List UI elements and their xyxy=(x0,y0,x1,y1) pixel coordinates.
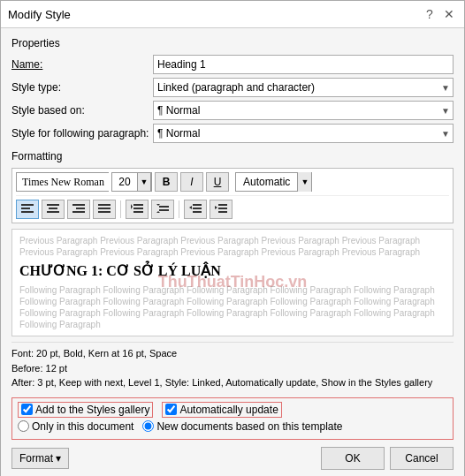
auto-update-label[interactable]: Automatically update xyxy=(162,402,281,418)
align-left-button[interactable] xyxy=(16,200,39,219)
font-size-input[interactable] xyxy=(112,173,137,191)
only-document-text: Only in this document xyxy=(32,420,133,433)
following-paragraph-text: Following Paragraph Following Paragraph … xyxy=(19,284,446,330)
prev-paragraph-text: Previous Paragraph Previous Paragraph Pr… xyxy=(19,235,446,258)
title-bar: Modify Style ? ✕ xyxy=(1,1,464,28)
svg-rect-8 xyxy=(72,211,85,213)
options-section: Add to the Styles gallery Automatically … xyxy=(11,397,454,440)
svg-rect-12 xyxy=(133,204,143,206)
style-type-row: Style type: Linked (paragraph and charac… xyxy=(11,78,454,97)
auto-update-checkbox[interactable] xyxy=(165,404,177,415)
bottom-row: Format ▾ OK Cancel xyxy=(11,447,454,470)
style-following-label: Style for following paragraph: xyxy=(11,127,153,140)
svg-rect-22 xyxy=(193,211,202,213)
style-following-select-wrapper: ¶ Normal ▼ xyxy=(153,124,454,143)
close-button[interactable]: ✕ xyxy=(441,6,457,22)
svg-rect-0 xyxy=(21,204,34,206)
add-to-gallery-checkbox[interactable] xyxy=(21,404,33,415)
italic-button[interactable]: I xyxy=(180,172,203,192)
style-type-select[interactable]: Linked (paragraph and character) xyxy=(153,78,454,97)
add-to-gallery-text: Add to the Styles gallery xyxy=(35,404,149,416)
align-center-button[interactable] xyxy=(42,200,65,219)
color-label: Automatic xyxy=(236,176,297,188)
font-name-input[interactable] xyxy=(19,173,112,191)
style-based-select[interactable]: ¶ Normal xyxy=(153,101,454,120)
ok-button[interactable]: OK xyxy=(321,447,385,470)
decrease-indent-button[interactable] xyxy=(184,200,207,219)
style-type-label: Style type: xyxy=(11,81,153,94)
style-based-select-wrapper: ¶ Normal ▼ xyxy=(153,101,454,120)
svg-rect-17 xyxy=(159,209,169,211)
style-desc-text: Font: 20 pt, Bold, Kern at 16 pt, SpaceB… xyxy=(11,348,432,388)
font-size-wrapper: ▼ xyxy=(111,172,152,192)
format-button[interactable]: Format ▾ xyxy=(11,448,69,469)
color-dropdown-button[interactable]: ▼ xyxy=(297,172,311,192)
align-right-button[interactable] xyxy=(67,200,90,219)
preview-heading-text: CHƯƠNG 1: CƠ SỞ LÝ LUẬN xyxy=(19,261,446,281)
para-spacing-button[interactable] xyxy=(151,200,174,219)
formatting-section: Formatting ▼ ▼ B I U Automat xyxy=(11,150,454,223)
name-input[interactable] xyxy=(153,55,454,74)
separator1 xyxy=(120,200,121,218)
properties-section: Properties Name: Style type: Linked (par… xyxy=(11,37,454,143)
svg-rect-3 xyxy=(47,204,59,206)
svg-marker-19 xyxy=(156,211,160,213)
options-row2: Only in this document New documents base… xyxy=(18,420,447,433)
style-description: Font: 20 pt, Bold, Kern at 16 pt, SpaceB… xyxy=(11,342,454,390)
auto-update-text: Automatically update xyxy=(179,404,278,416)
align-justify-button[interactable] xyxy=(93,200,116,219)
svg-rect-11 xyxy=(98,211,111,213)
svg-rect-6 xyxy=(72,204,85,206)
title-bar-controls: ? ✕ xyxy=(422,6,457,22)
only-document-radio[interactable] xyxy=(18,420,29,432)
svg-rect-13 xyxy=(133,208,143,209)
style-following-select[interactable]: ¶ Normal xyxy=(153,124,454,143)
svg-rect-1 xyxy=(21,208,30,209)
name-row: Name: xyxy=(11,55,454,74)
svg-rect-2 xyxy=(21,211,34,213)
bold-button[interactable]: B xyxy=(155,172,178,192)
add-to-gallery-label[interactable]: Add to the Styles gallery xyxy=(18,402,153,418)
new-docs-label[interactable]: New documents based on this template xyxy=(142,420,342,433)
font-name-wrapper: ▼ xyxy=(16,172,109,192)
style-based-row: Style based on: ¶ Normal ▼ xyxy=(11,101,454,120)
dialog-body: Properties Name: Style type: Linked (par… xyxy=(1,28,464,476)
underline-button[interactable]: U xyxy=(206,172,229,192)
svg-rect-4 xyxy=(49,208,57,209)
dialog-title: Modify Style xyxy=(8,8,71,21)
svg-marker-27 xyxy=(215,206,217,209)
preview-area: Previous Paragraph Previous Paragraph Pr… xyxy=(11,229,454,336)
line-spacing-button[interactable] xyxy=(126,200,149,219)
svg-rect-24 xyxy=(218,204,227,206)
name-label: Name: xyxy=(11,58,153,71)
new-docs-radio[interactable] xyxy=(142,420,154,432)
svg-marker-15 xyxy=(131,204,133,209)
cancel-button[interactable]: Cancel xyxy=(390,447,454,470)
svg-rect-16 xyxy=(159,206,169,208)
svg-rect-7 xyxy=(76,208,85,209)
color-select-wrapper: Automatic ▼ xyxy=(235,172,312,192)
font-size-dropdown-button[interactable]: ▼ xyxy=(137,172,151,192)
style-based-label: Style based on: xyxy=(11,104,153,117)
new-docs-text: New documents based on this template xyxy=(156,420,342,433)
modify-style-dialog: Modify Style ? ✕ Properties Name: Style … xyxy=(0,0,465,476)
style-type-select-wrapper: Linked (paragraph and character) ▼ xyxy=(153,78,454,97)
style-following-row: Style for following paragraph: ¶ Normal … xyxy=(11,124,454,143)
svg-rect-9 xyxy=(98,204,111,206)
increase-indent-button[interactable] xyxy=(210,200,232,219)
svg-rect-14 xyxy=(133,211,143,213)
svg-marker-18 xyxy=(156,204,160,206)
separator2 xyxy=(179,200,179,218)
alignment-controls-row xyxy=(16,195,449,219)
formatting-toolbar: ▼ ▼ B I U Automatic ▼ xyxy=(11,168,454,223)
svg-rect-26 xyxy=(218,211,227,213)
formatting-label: Formatting xyxy=(11,150,454,162)
properties-label: Properties xyxy=(11,37,454,49)
svg-rect-21 xyxy=(193,208,202,209)
help-button[interactable]: ? xyxy=(422,6,438,22)
font-controls-row: ▼ ▼ B I U Automatic ▼ xyxy=(16,172,449,192)
svg-rect-20 xyxy=(193,204,202,206)
svg-rect-25 xyxy=(218,208,227,209)
svg-rect-5 xyxy=(47,211,59,213)
only-document-label[interactable]: Only in this document xyxy=(18,420,133,433)
